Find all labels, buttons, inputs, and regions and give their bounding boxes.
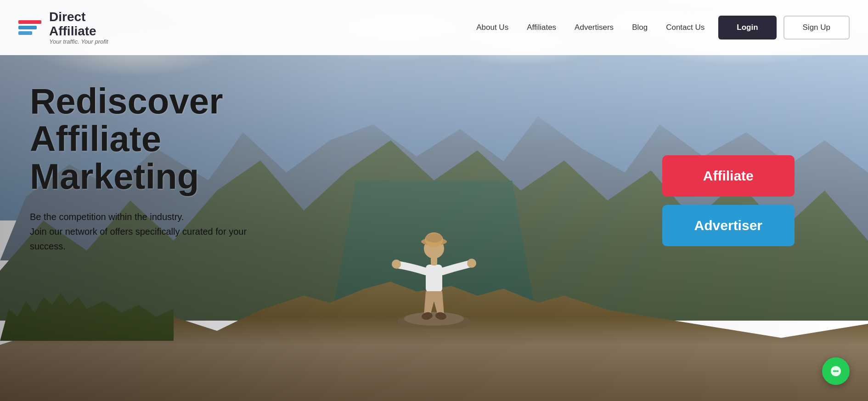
logo-stripe-blue [18, 26, 37, 29]
svg-point-11 [426, 233, 442, 243]
hero-section: Direct Affiliate Your traffic. Your prof… [0, 0, 868, 401]
hero-content: Rediscover Affiliate Marketing Be the co… [30, 83, 247, 254]
nav-contact-us[interactable]: Contact Us [666, 23, 705, 32]
nav-affiliates[interactable]: Affiliates [527, 23, 556, 32]
advertiser-button[interactable]: Advertiser [662, 205, 795, 246]
logo[interactable]: Direct Affiliate Your traffic. Your prof… [18, 10, 108, 45]
nav-advertisers[interactable]: Advertisers [575, 23, 614, 32]
svg-point-13 [833, 370, 835, 372]
cta-buttons: Affiliate Advertiser [662, 155, 795, 246]
nav-links: About Us Affiliates Advertisers Blog Con… [476, 23, 705, 32]
chat-icon [829, 365, 842, 378]
navbar: Direct Affiliate Your traffic. Your prof… [0, 0, 868, 55]
svg-point-1 [404, 312, 464, 326]
signup-button[interactable]: Sign Up [783, 16, 850, 40]
logo-title: Direct Affiliate [49, 10, 108, 39]
svg-point-15 [837, 370, 839, 372]
svg-point-3 [392, 260, 401, 269]
logo-text: Direct Affiliate Your traffic. Your prof… [49, 10, 108, 45]
nav-buttons: Login Sign Up [718, 16, 850, 40]
hero-subtitle: Be the competition within the industry. … [30, 209, 247, 254]
svg-rect-2 [426, 265, 442, 292]
nav-about-us[interactable]: About Us [476, 23, 508, 32]
person-figure [388, 200, 480, 329]
logo-stripe-red [18, 20, 41, 24]
chat-button[interactable] [822, 357, 850, 385]
logo-stripes [18, 20, 44, 35]
svg-point-4 [467, 259, 476, 268]
hero-headline: Rediscover Affiliate Marketing [30, 83, 247, 196]
logo-stripe-lightblue [18, 31, 32, 35]
nav-blog[interactable]: Blog [632, 23, 648, 32]
login-button[interactable]: Login [718, 16, 776, 40]
svg-point-14 [835, 370, 837, 372]
affiliate-button[interactable]: Affiliate [662, 155, 795, 197]
logo-icon [18, 11, 44, 44]
logo-subtitle: Your traffic. Your profit [49, 38, 108, 45]
